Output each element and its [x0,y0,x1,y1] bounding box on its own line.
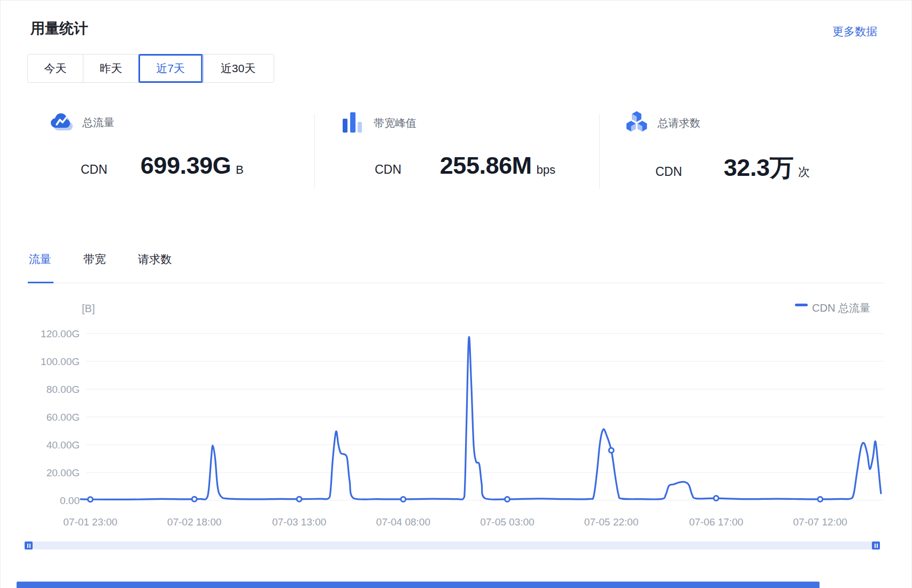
vertical-divider [599,114,600,189]
svg-text:100.00G: 100.00G [41,356,80,367]
slider-handle-left[interactable] [25,541,33,550]
stat-label: 带宽峰值 [374,116,416,130]
stat-product: CDN [81,163,107,177]
next-section-bar [17,582,820,588]
svg-text:CDN 总流量: CDN 总流量 [812,302,870,314]
svg-text:120.00G: 120.00G [41,328,80,339]
svg-text:40.00G: 40.00G [47,439,80,451]
stat-unit: B [236,163,244,177]
slider-handle-right[interactable] [872,541,880,550]
page-title: 用量统计 [30,19,88,38]
bandwidth-bars-icon [341,110,365,136]
stat-label: 总流量 [82,115,114,130]
usage-statistics-card: 用量统计 更多数据 今天 昨天 近7天 近30天 总流量 [0,0,912,588]
tab-requests[interactable]: 请求数 [138,252,172,277]
svg-text:07-03 13:00: 07-03 13:00 [272,516,326,528]
stat-value: 255.86M [440,152,532,180]
requests-cubes-icon [625,110,648,136]
svg-text:20.00G: 20.00G [47,467,80,478]
svg-text:[B]: [B] [82,303,95,314]
svg-text:07-07 12:00: 07-07 12:00 [793,516,847,528]
tab-traffic[interactable]: 流量 [29,252,51,277]
svg-text:80.00G: 80.00G [47,384,80,395]
svg-text:60.00G: 60.00G [47,412,80,423]
svg-text:07-05 03:00: 07-05 03:00 [480,516,534,528]
svg-text:07-05 22:00: 07-05 22:00 [584,516,638,528]
stat-product: CDN [375,163,401,177]
svg-text:07-06 17:00: 07-06 17:00 [689,516,743,528]
stat-unit: bps [536,163,555,177]
stat-unit: 次 [798,164,810,180]
stat-value: 32.3万 [724,152,793,184]
stat-card-total-requests: 总请求数 CDN 32.3万 次 [599,105,885,193]
svg-text:07-01 23:00: 07-01 23:00 [63,516,117,528]
tab-bandwidth[interactable]: 带宽 [83,252,106,277]
stat-label: 总请求数 [658,116,700,130]
stat-card-total-traffic: 总流量 CDN 699.39G B [33,105,314,193]
range-tab-yesterday[interactable]: 昨天 [83,55,139,82]
stat-value: 699.39G [141,152,231,180]
svg-text:0.00: 0.00 [60,495,80,506]
svg-text:07-02 18:00: 07-02 18:00 [167,516,221,528]
range-tab-last-7-days[interactable]: 近7天 [139,55,203,82]
tabs-bottom-border [27,283,884,283]
traffic-line-chart: 0.0020.00G40.00G60.00G80.00G100.00G120.0… [1,1,912,588]
active-tab-underline [28,282,53,283]
svg-text:07-04 08:00: 07-04 08:00 [376,516,430,528]
chart-zoom-slider[interactable] [25,541,880,550]
stat-product: CDN [655,165,682,179]
vertical-divider [314,114,315,189]
more-data-link[interactable]: 更多数据 [832,24,877,39]
metric-tab-group: 流量 带宽 请求数 [29,252,204,277]
range-tab-last-30-days[interactable]: 近30天 [203,55,274,82]
range-tab-today[interactable]: 今天 [28,55,83,82]
cloud-traffic-icon [49,110,73,135]
stat-card-peak-bandwidth: 带宽峰值 CDN 255.86M bps [314,105,599,193]
date-range-tab-group: 今天 昨天 近7天 近30天 [27,54,274,83]
